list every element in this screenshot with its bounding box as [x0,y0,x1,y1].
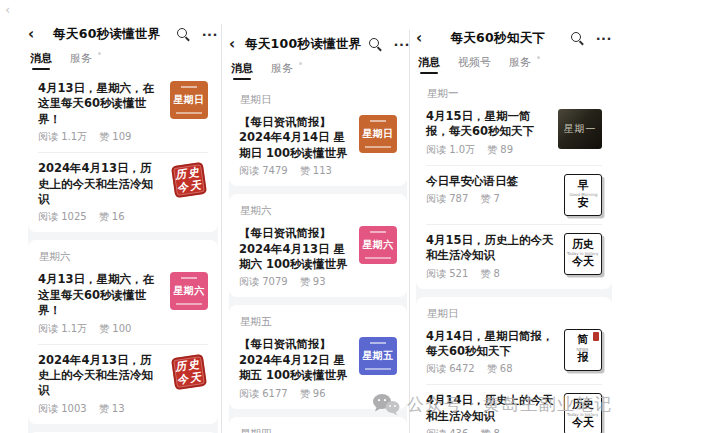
search-icon[interactable] [570,31,584,45]
message-card: 星期六 4月13日，星期六，在这里每天60秒读懂世界！ 阅读 1.1万 赞 10… [28,240,218,423]
like-count: 赞 16 [99,210,125,224]
read-count: 阅读 787 [426,192,468,206]
message-title: 4月13日，星期六，在这里每天60秒读懂世界！ [38,272,161,318]
tab-new-dot [299,62,302,65]
divider [426,384,602,385]
like-count: 赞 96 [300,387,326,401]
message-item[interactable]: 4月14日，星期日简报，每天60秒知天下 阅读 6472 赞 68 简 NEWS… [426,329,602,377]
history-seal-thumbnail: 历史今天 [170,161,208,199]
message-card: 星期四 【每日资讯简报】2024年4月11日 星期四 100秒读懂世界 阅读 8… [229,417,407,433]
message-title: 2024年4月13日，历史上的今天和生活冷知识 [38,353,161,399]
back-icon[interactable]: ‹ [28,27,44,42]
read-count: 阅读 1.1万 [38,322,87,336]
like-count: 赞 8 [480,427,500,433]
more-icon[interactable]: ··· [394,38,410,51]
account-title: 每天100秒读懂世界 [245,36,362,53]
read-count: 阅读 7479 [239,164,288,178]
weekday-thumbnail: 星期六 [170,272,208,310]
message-item[interactable]: 【每日资讯简报】2024年4月12日 星期五 100秒读懂世界 阅读 6177 … [239,337,397,400]
like-count: 赞 68 [487,362,513,376]
message-item[interactable]: 今日早安心语日签 阅读 787 赞 7 早 Good Morning 安 [426,174,602,216]
message-title: 4月13日，星期六，在这里每天60秒读懂世界！ [38,81,161,127]
message-list: 4月13日，星期六，在这里每天60秒读懂世界！ 阅读 1.1万 赞 109 星期… [28,73,218,433]
history-seal-thumbnail: 历史今天 [170,353,208,391]
watermark-text: 公众号 · 黄岛主副业笔记 [407,393,613,416]
message-card: 星期一 4月15日，星期一简报，每天60秒知天下 阅读 1.0万 赞 89 星期… [416,77,612,289]
message-card: 星期六 【每日资讯简报】2024年4月13日 星期六 100秒读懂世界 阅读 7… [229,194,407,297]
plaque-thumbnail: 早 Good Morning 安 [564,174,602,216]
divider [38,152,208,153]
like-count: 赞 7 [480,192,500,206]
panel-header: ‹ 每天60秒知天下 ··· [416,26,612,50]
search-icon[interactable] [368,37,382,51]
like-count: 赞 93 [300,275,326,289]
weekday-group-label: 星期六 [39,250,208,264]
account-title: 每天60秒知天下 [432,30,564,47]
message-item[interactable]: 【每日资讯简报】2024年4月13日 星期六 100秒读懂世界 阅读 7079 … [239,226,397,289]
panel-divider [221,24,222,433]
divider [38,344,208,345]
read-count: 阅读 1.0万 [426,143,475,157]
seal-mark-icon [593,332,599,341]
read-count: 阅读 7079 [239,275,288,289]
tab-messages[interactable]: 消息 [418,55,440,70]
weekday-group-label: 星期一 [427,87,602,101]
like-count: 赞 13 [99,402,125,416]
panel-divider [409,30,410,433]
tab-services[interactable]: 服务 [271,61,293,76]
more-icon[interactable]: ··· [202,28,218,41]
message-title: 【每日资讯简报】2024年4月14日 星期日 100秒读懂世界 [239,115,350,161]
more-icon[interactable]: ··· [596,32,612,45]
like-count: 赞 100 [99,322,131,336]
weekday-thumbnail: 星期五 [359,337,397,375]
panel-100s-world: ‹ 每天100秒读懂世界 ··· 消息 服务 星期日 【每日资讯简报】2024年… [229,32,407,433]
tab-services[interactable]: 服务 [70,51,92,66]
weekday-group-label: 星期日 [240,93,397,107]
like-count: 赞 113 [300,164,332,178]
weekday-group-label: 星期五 [240,315,397,329]
weekday-group-label: 星期日 [427,307,602,321]
read-count: 阅读 521 [426,267,468,281]
read-count: 阅读 1025 [38,210,87,224]
message-title: 4月14日，星期日简报，每天60秒知天下 [426,329,555,360]
tab-services[interactable]: 服务 [509,55,531,70]
back-icon[interactable]: ‹ [416,31,432,46]
tab-bar: 消息 服务 [28,48,218,68]
message-item[interactable]: 4月15日，星期一简报，每天60秒知天下 阅读 1.0万 赞 89 星期一 [426,109,602,157]
message-title: 2024年4月13日，历史上的今天和生活冷知识 [38,161,161,207]
message-title: 【每日资讯简报】2024年4月13日 星期六 100秒读懂世界 [239,226,350,272]
search-icon[interactable] [176,27,190,41]
message-item[interactable]: 2024年4月13日，历史上的今天和生活冷知识 阅读 1003 赞 13 历史今… [38,353,208,416]
back-icon[interactable]: ‹ [229,37,245,52]
tab-new-dot [537,56,540,59]
divider [426,224,602,225]
message-item[interactable]: 2024年4月13日，历史上的今天和生活冷知识 阅读 1025 赞 16 历史今… [38,161,208,224]
tab-bar: 消息 服务 [229,58,407,78]
panel-header: ‹ 每天100秒读懂世界 ··· [229,32,407,56]
account-title: 每天60秒读懂世界 [44,26,170,43]
message-item[interactable]: 4月13日，星期六，在这里每天60秒读懂世界！ 阅读 1.1万 赞 100 星期… [38,272,208,335]
wechat-icon [372,393,400,416]
message-item[interactable]: 4月15日，历史上的今天和生活冷知识 阅读 521 赞 8 历史 Today i… [426,233,602,281]
message-card: 星期日 【每日资讯简报】2024年4月14日 星期日 100秒读懂世界 阅读 7… [229,83,407,186]
weekday-thumbnail: 星期日 [170,81,208,119]
photo-thumbnail: 星期一 [558,109,602,149]
message-item[interactable]: 【每日资讯简报】2024年4月14日 星期日 100秒读懂世界 阅读 7479 … [239,115,397,178]
tab-video-channel[interactable]: 视频号 [458,55,491,70]
tab-new-dot [98,52,101,55]
panel-header: ‹ 每天60秒读懂世界 ··· [28,22,218,46]
tab-messages[interactable]: 消息 [231,61,253,76]
tab-messages[interactable]: 消息 [30,51,52,66]
weekday-group-label: 星期六 [240,204,397,218]
weekday-thumbnail: 星期六 [359,226,397,264]
divider [426,165,602,166]
weekday-thumbnail: 星期日 [359,115,397,153]
message-item[interactable]: 4月13日，星期六，在这里每天60秒读懂世界！ 阅读 1.1万 赞 109 星期… [38,81,208,144]
message-list: 星期日 【每日资讯简报】2024年4月14日 星期日 100秒读懂世界 阅读 7… [229,83,407,433]
message-title: 【每日资讯简报】2024年4月12日 星期五 100秒读懂世界 [239,337,350,383]
message-title: 今日早安心语日签 [426,174,555,189]
read-count: 阅读 1.1万 [38,130,87,144]
screenshot-collage: ‹ ‹ 每天60秒读懂世界 ··· 消息 服务 4月13日，星期六，在这里每天6… [0,0,702,433]
weekday-group-label: 星期四 [240,427,397,433]
message-title: 4月15日，星期一简报，每天60秒知天下 [426,109,549,140]
